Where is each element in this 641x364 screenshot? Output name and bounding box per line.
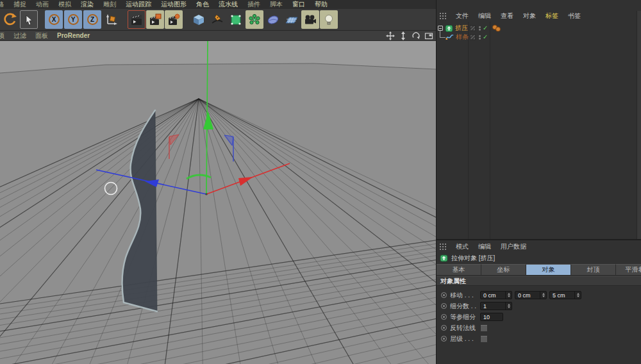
gizmo-origin — [205, 193, 208, 195]
right-panel: 文件 编辑 查看 对象 标签 书签 挤压 ✓ — [436, 0, 641, 364]
iso-subdivision-field[interactable]: 10 — [480, 313, 503, 321]
tab-object[interactable]: 对象 — [526, 264, 571, 275]
coordinate-system-icon — [104, 13, 119, 27]
attribute-title-row: 拉伸对象 [挤压] — [437, 252, 641, 263]
stepper[interactable] — [505, 302, 512, 310]
menu-item[interactable]: 渲染 — [81, 0, 94, 9]
om-menu-item[interactable]: 查看 — [501, 12, 513, 21]
tab-coord[interactable]: 坐标 — [481, 264, 526, 275]
enable-check-icon[interactable]: ✓ — [483, 25, 488, 31]
viewport-menu-item[interactable]: 面板 — [35, 31, 48, 40]
menu-item[interactable]: 动画 — [36, 0, 49, 9]
movement-x-field[interactable]: 0 cm — [480, 291, 512, 299]
keyframe-circle-icon[interactable] — [441, 292, 447, 298]
deformer-icon — [266, 13, 280, 27]
visibility-dots[interactable] — [479, 25, 481, 32]
om-menu-item[interactable]: 编辑 — [478, 12, 491, 21]
am-menu-item[interactable]: 编辑 — [478, 242, 491, 251]
stepper[interactable] — [574, 292, 581, 299]
lock-y-axis-button[interactable]: Y — [64, 10, 82, 29]
toggle-view-icon[interactable] — [424, 31, 433, 40]
object-name[interactable]: 挤压 — [455, 24, 468, 33]
viewport-menu-item[interactable]: 项 — [0, 31, 4, 40]
light-button[interactable] — [320, 10, 338, 29]
extrude-object-icon — [440, 254, 448, 262]
viewport-canvas[interactable] — [0, 41, 436, 364]
keyframe-circle-icon[interactable] — [441, 314, 447, 320]
dolly-zoom-icon[interactable] — [399, 31, 408, 40]
lock-z-axis-button[interactable]: Z — [83, 10, 101, 29]
pan-icon[interactable] — [386, 31, 395, 40]
collapse-toggle-icon[interactable] — [438, 26, 443, 31]
visibility-dots[interactable] — [479, 34, 481, 41]
menu-item[interactable]: 模拟 — [58, 0, 71, 9]
keyframe-circle-icon[interactable] — [441, 303, 447, 309]
render-picture-viewer-button[interactable] — [146, 10, 164, 29]
menu-item[interactable]: 窗口 — [292, 0, 305, 9]
om-menu-item[interactable]: 对象 — [523, 12, 536, 21]
menu-item[interactable]: 格 — [0, 0, 4, 9]
keyframe-circle-icon[interactable] — [441, 325, 447, 331]
object-row-extrude[interactable]: 挤压 ✓ — [437, 24, 636, 33]
menu-item[interactable]: 运动图形 — [161, 0, 187, 9]
section-header[interactable]: 对象属性 — [437, 276, 641, 286]
floor-icon — [285, 13, 299, 27]
render-picture-viewer-icon — [148, 13, 162, 27]
mograph-button[interactable] — [246, 10, 263, 29]
am-menu-item[interactable]: 模式 — [456, 242, 469, 251]
om-menu-item[interactable]: 文件 — [456, 12, 469, 21]
keyframe-circle-icon[interactable] — [441, 336, 447, 342]
floor-button[interactable] — [283, 10, 301, 29]
layer-toggle[interactable] — [470, 35, 476, 40]
menu-item[interactable]: 雕刻 — [103, 0, 116, 9]
menu-item[interactable]: 运动跟踪 — [126, 0, 151, 9]
menu-item[interactable]: 捕捉 — [13, 0, 26, 9]
object-name[interactable]: 样条 — [456, 33, 469, 42]
lock-x-axis-button[interactable]: X — [45, 10, 63, 29]
menu-item[interactable]: 流水线 — [219, 0, 238, 9]
attribute-properties: 移动 . . . 0 cm 0 cm 5 cm 细分数 . . 1 等参细分 1… — [437, 287, 641, 345]
hierarchical-checkbox[interactable] — [480, 335, 488, 343]
render-view-button[interactable] — [128, 10, 146, 29]
object-tree[interactable]: 挤压 ✓ 样条 ✓ — [437, 22, 636, 240]
tag-icon[interactable] — [495, 27, 501, 32]
subdivision-surface-button[interactable] — [227, 10, 245, 29]
object-tags[interactable] — [492, 25, 501, 32]
flip-normals-checkbox[interactable] — [480, 324, 488, 332]
scene — [0, 41, 436, 364]
tab-caps[interactable]: 封顶 — [571, 264, 616, 275]
om-scrollbar[interactable] — [637, 11, 641, 240]
movement-y-field[interactable]: 0 cm — [515, 291, 547, 299]
column-divider — [468, 22, 469, 240]
layer-toggle[interactable] — [470, 26, 476, 31]
object-row-spline[interactable]: 样条 ✓ — [437, 33, 636, 42]
tab-basic[interactable]: 基本 — [437, 264, 481, 275]
edit-render-settings-button[interactable] — [165, 10, 183, 29]
viewport-menu-item[interactable]: ProRender — [57, 32, 90, 39]
camera-button[interactable] — [301, 10, 319, 29]
undo-button[interactable] — [1, 10, 19, 29]
primitive-cube-button[interactable] — [190, 10, 208, 29]
tab-phong[interactable]: 平滑着色 — [616, 264, 641, 275]
deformer-button[interactable] — [264, 10, 282, 29]
subdivision-field[interactable]: 1 — [480, 302, 512, 310]
enable-check-icon[interactable]: ✓ — [483, 34, 488, 40]
stepper[interactable] — [505, 292, 512, 299]
spline-pen-button[interactable] — [208, 10, 226, 29]
am-menu-item[interactable]: 用户数据 — [501, 242, 526, 251]
movement-z-field[interactable]: 5 cm — [549, 291, 581, 299]
panel-handle-icon[interactable] — [440, 244, 446, 250]
orbit-icon[interactable] — [412, 31, 420, 40]
om-menu-item[interactable]: 书签 — [568, 12, 581, 21]
om-menu-item[interactable]: 标签 — [545, 12, 558, 21]
viewport-menu-item[interactable]: 过滤 — [13, 31, 26, 40]
menu-item[interactable]: 帮助 — [315, 0, 328, 9]
menu-item[interactable]: 插件 — [247, 0, 260, 9]
menu-item[interactable]: 脚本 — [270, 0, 283, 9]
panel-divider[interactable] — [437, 239, 641, 240]
coordinate-system-button[interactable] — [103, 10, 121, 29]
menu-item[interactable]: 角色 — [196, 0, 209, 9]
live-selection-button[interactable] — [20, 10, 38, 29]
panel-handle-icon[interactable] — [440, 13, 446, 19]
stepper[interactable] — [540, 292, 546, 299]
